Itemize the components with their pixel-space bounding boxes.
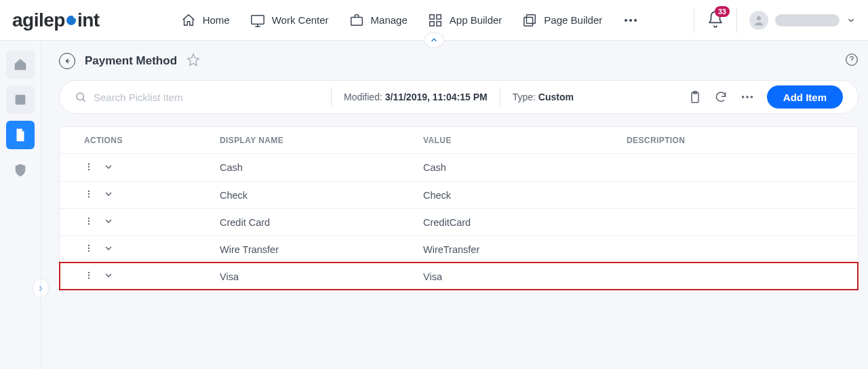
person-icon xyxy=(753,14,765,26)
row-actions xyxy=(84,243,220,256)
row-expand-toggle[interactable] xyxy=(103,161,114,174)
home-icon xyxy=(181,13,196,28)
refresh-button[interactable] xyxy=(714,90,728,104)
monitor-icon xyxy=(250,13,265,28)
clipboard-icon xyxy=(688,90,702,104)
cell-display-name: Wire Transfer xyxy=(220,244,423,255)
row-expand-toggle[interactable] xyxy=(103,243,114,256)
svg-rect-1 xyxy=(351,17,362,25)
svg-point-14 xyxy=(77,93,84,100)
nav-more[interactable] xyxy=(623,12,639,28)
table-row: Credit Card CreditCard xyxy=(60,208,858,235)
svg-point-21 xyxy=(88,166,90,167)
divider xyxy=(694,8,694,33)
username-redacted xyxy=(775,14,840,26)
cell-value: Cash xyxy=(423,162,627,173)
row-menu-button[interactable] xyxy=(84,216,94,228)
modified-value: 3/11/2019, 11:04:15 PM xyxy=(385,92,488,102)
cell-display-name: Check xyxy=(220,190,423,201)
square-icon xyxy=(13,92,28,107)
nav-app-builder-label: App Builder xyxy=(450,14,502,26)
pages-icon xyxy=(522,13,537,28)
file-check-icon xyxy=(13,128,28,142)
svg-rect-4 xyxy=(430,21,434,25)
search-input[interactable] xyxy=(94,92,319,103)
notification-badge: 33 xyxy=(715,6,730,17)
cell-display-name: Credit Card xyxy=(220,217,423,228)
svg-point-33 xyxy=(88,275,90,276)
more-vertical-icon xyxy=(84,216,94,226)
sidebar-security[interactable] xyxy=(6,156,35,184)
picklist-table: ACTIONS DISPLAY NAME VALUE DESCRIPTION C… xyxy=(59,126,859,290)
sidebar-home[interactable] xyxy=(6,50,35,79)
row-expand-toggle[interactable] xyxy=(103,216,114,229)
type-meta: Type: Custom xyxy=(513,92,574,102)
table-row: Check Check xyxy=(60,181,858,208)
nav-manage[interactable]: Manage xyxy=(349,13,408,28)
nav-home[interactable]: Home xyxy=(181,13,230,28)
more-actions-button[interactable] xyxy=(740,90,755,104)
svg-point-31 xyxy=(88,250,90,252)
row-expand-toggle[interactable] xyxy=(103,189,114,201)
nav-app-builder[interactable]: App Builder xyxy=(428,13,502,28)
nav-page-builder[interactable]: Page Builder xyxy=(522,13,602,28)
row-menu-button[interactable] xyxy=(84,244,94,255)
sidebar-layout[interactable] xyxy=(6,85,35,114)
nav-work-center[interactable]: Work Center xyxy=(250,13,329,28)
sidebar xyxy=(0,41,41,369)
favorite-toggle[interactable] xyxy=(186,53,200,69)
row-actions xyxy=(84,161,220,174)
cell-value: Visa xyxy=(423,271,627,282)
col-description: DESCRIPTION xyxy=(627,136,833,145)
back-button[interactable] xyxy=(59,53,75,69)
svg-point-32 xyxy=(88,272,90,273)
help-circle-icon xyxy=(845,53,859,66)
row-menu-button[interactable] xyxy=(84,189,94,201)
svg-point-10 xyxy=(634,19,637,22)
nav-home-label: Home xyxy=(203,14,230,26)
notifications-button[interactable]: 33 xyxy=(707,10,724,31)
house-icon xyxy=(13,57,28,72)
clipboard-button[interactable] xyxy=(688,90,702,104)
add-item-button[interactable]: Add Item xyxy=(767,85,843,109)
chevron-down-icon xyxy=(103,161,114,172)
svg-point-22 xyxy=(88,168,90,170)
svg-rect-2 xyxy=(430,14,434,18)
more-vertical-icon xyxy=(84,162,94,172)
help-button[interactable] xyxy=(845,53,859,69)
chevron-down-icon xyxy=(103,189,114,199)
svg-point-20 xyxy=(88,163,90,164)
logo-dot-icon xyxy=(66,16,76,25)
col-actions: ACTIONS xyxy=(84,136,220,145)
topbar: agilepint Home Work Center Manage App Bu… xyxy=(0,0,868,41)
cell-value: WireTransfer xyxy=(423,244,627,255)
search-icon xyxy=(75,91,87,103)
svg-point-23 xyxy=(88,191,90,192)
svg-point-24 xyxy=(88,193,90,195)
cell-display-name: Visa xyxy=(220,271,423,282)
shield-icon xyxy=(13,163,28,178)
sidebar-picklist[interactable] xyxy=(6,121,35,149)
chevron-down-icon xyxy=(103,243,114,254)
svg-point-26 xyxy=(88,218,90,219)
brand-logo: agilepint xyxy=(12,9,100,31)
svg-point-17 xyxy=(742,96,745,98)
table-row: Cash Cash xyxy=(60,154,858,181)
modified-meta: Modified: 3/11/2019, 11:04:15 PM xyxy=(344,92,488,102)
svg-point-28 xyxy=(88,223,90,225)
row-menu-button[interactable] xyxy=(84,162,94,174)
type-label: Type: xyxy=(513,92,536,102)
refresh-icon xyxy=(714,90,728,104)
user-menu[interactable] xyxy=(749,11,856,30)
row-expand-toggle[interactable] xyxy=(103,270,114,283)
svg-rect-0 xyxy=(251,15,263,24)
divider xyxy=(331,88,332,106)
chevron-down-icon xyxy=(103,216,114,227)
svg-rect-7 xyxy=(524,17,533,26)
svg-point-18 xyxy=(746,96,749,98)
row-menu-button[interactable] xyxy=(84,271,94,282)
avatar xyxy=(749,11,768,30)
table-header: ACTIONS DISPLAY NAME VALUE DESCRIPTION xyxy=(60,127,858,154)
nav-work-center-label: Work Center xyxy=(272,14,329,26)
table-body: Cash Cash Check Check Credit Card Credit… xyxy=(60,154,858,290)
